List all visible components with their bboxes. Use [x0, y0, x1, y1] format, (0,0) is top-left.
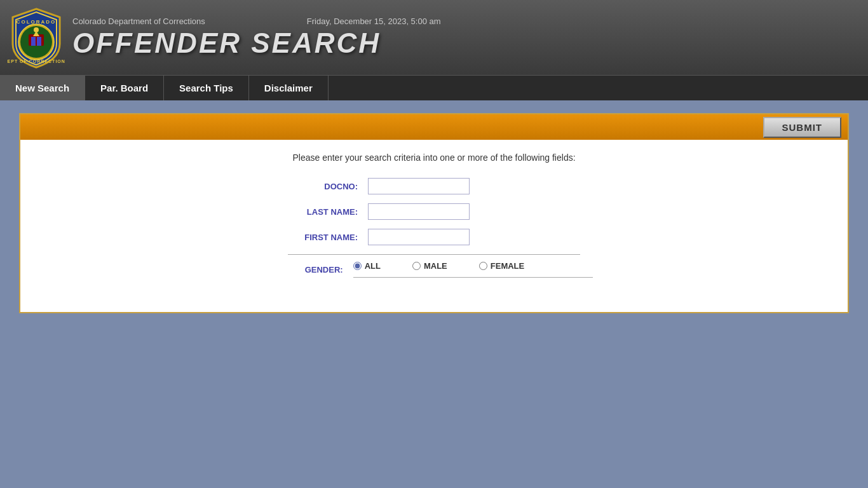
submit-button[interactable]: SUBMIT — [763, 117, 842, 138]
last-name-input[interactable] — [368, 203, 470, 220]
search-form: DOCNO: LAST NAME: FIRST NAME: GENDER: — [46, 178, 822, 287]
svg-point-7 — [34, 27, 39, 32]
dept-name-label: Colorado Department of Corrections — [72, 17, 205, 26]
header: COLORADO DEPT OF CORRECTIONS Colorado De… — [0, 0, 868, 75]
gender-female-radio[interactable] — [479, 262, 487, 270]
last-name-label: LAST NAME: — [275, 207, 358, 217]
docno-row: DOCNO: — [275, 178, 593, 194]
form-header: SUBMIT — [20, 114, 848, 140]
svg-rect-4 — [31, 37, 36, 46]
gender-all-radio[interactable] — [353, 262, 362, 270]
header-text-area: Colorado Department of Corrections Frida… — [72, 17, 868, 59]
svg-rect-5 — [37, 37, 41, 46]
nav-disclaimer[interactable]: Disclaimer — [249, 76, 329, 100]
gender-female-option[interactable]: FEMALE — [479, 261, 524, 271]
gender-options: ALL MALE FEMALE — [353, 261, 593, 278]
first-name-label: FIRST NAME: — [275, 233, 358, 242]
colorado-seal-icon: COLORADO DEPT OF CORRECTIONS — [8, 6, 65, 69]
docno-input[interactable] — [368, 178, 470, 194]
nav-search-tips[interactable]: Search Tips — [164, 76, 249, 100]
field-divider — [288, 254, 580, 255]
gender-male-radio[interactable] — [412, 262, 421, 270]
first-name-row: FIRST NAME: — [275, 229, 593, 245]
main-content: SUBMIT Please enter your search criteria… — [19, 113, 849, 313]
gender-label: GENDER: — [275, 265, 343, 274]
app-title: OFFENDER SEARCH — [72, 27, 868, 59]
gender-row: GENDER: ALL MALE FEMALE — [275, 261, 593, 278]
form-body: Please enter your search criteria into o… — [20, 140, 848, 312]
form-description: Please enter your search criteria into o… — [46, 152, 822, 163]
docno-label: DOCNO: — [275, 182, 358, 191]
first-name-input[interactable] — [368, 229, 470, 245]
last-name-row: LAST NAME: — [275, 203, 593, 220]
nav-par-board[interactable]: Par. Board — [85, 76, 164, 100]
navbar: New Search Par. Board Search Tips Discla… — [0, 75, 868, 100]
gender-all-option[interactable]: ALL — [353, 261, 381, 271]
nav-new-search[interactable]: New Search — [0, 76, 85, 100]
gender-male-option[interactable]: MALE — [412, 261, 447, 271]
svg-text:DEPT OF CORRECTIONS: DEPT OF CORRECTIONS — [8, 59, 65, 64]
datetime-label: Friday, December 15, 2023, 5:00 am — [307, 17, 441, 26]
logo-area: COLORADO DEPT OF CORRECTIONS — [0, 1, 72, 74]
